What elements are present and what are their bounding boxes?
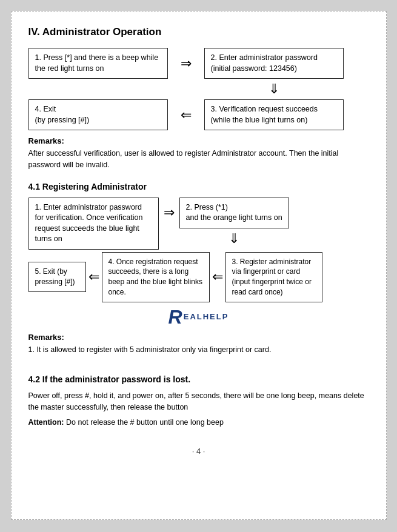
subsection-41-title: 4.1 Registering Administrator <box>28 182 369 191</box>
section-42-attention: Attention: Do not release the # button u… <box>28 417 369 428</box>
arrow-41-left2: ⇐ <box>212 269 223 285</box>
remarks-text-41: 1. It is allowed to register with 5 admi… <box>28 344 369 356</box>
flow-box-4: 3. Verification request succeeds (while … <box>204 99 344 130</box>
flow-41-box4: 4. Once registration request succeeds, t… <box>102 252 210 302</box>
logo-text: EALHELP <box>184 312 229 321</box>
arrow-41-right: ⇒ <box>164 198 175 221</box>
subsection-42-title: 4.2 If the administrator password is los… <box>28 374 369 384</box>
arrow-left-1: ⇐ <box>168 107 204 123</box>
flow-box-3: 4. Exit(by pressing [#]) <box>28 99 168 130</box>
flow-41-box5: 5. Exit (by pressing [#]) <box>28 262 86 292</box>
arrow-right-1: ⇒ <box>168 56 204 71</box>
attention-body: Do not release the # button until one lo… <box>66 418 224 427</box>
remarks-text-1: After successful verification, user is a… <box>28 148 369 171</box>
flow-box-2: 2. Enter administrator password (initial… <box>204 48 344 79</box>
page-title: IV. Administrator Operation <box>28 26 369 38</box>
arrow-41-down: ⇓ <box>229 228 239 249</box>
arrow-down-1: ⇓ <box>204 79 344 99</box>
logo-letter: R <box>168 307 182 327</box>
arrow-41-left1: ⇐ <box>88 269 99 285</box>
flow-41-box3: 3. Register administrator via fingerprin… <box>225 252 322 302</box>
remarks-title-1: Remarks: <box>28 136 369 145</box>
flow-box-1: 1. Press [*] and there is a beep while t… <box>28 48 168 79</box>
main-flow-diagram: 1. Press [*] and there is a beep while t… <box>28 48 369 130</box>
flow-41-box2: 2. Press (*1)and the orange light turns … <box>179 198 289 228</box>
page: IV. Administrator Operation 1. Press [*]… <box>11 11 387 520</box>
section-42-body: Power off, press #, hold it, and power o… <box>28 390 369 413</box>
remarks-title-41: Remarks: <box>28 333 369 342</box>
page-number: · 4 · <box>28 447 369 456</box>
flow-41-box1: 1. Enter administrator password for veri… <box>28 198 159 250</box>
attention-label: Attention: <box>28 418 64 427</box>
